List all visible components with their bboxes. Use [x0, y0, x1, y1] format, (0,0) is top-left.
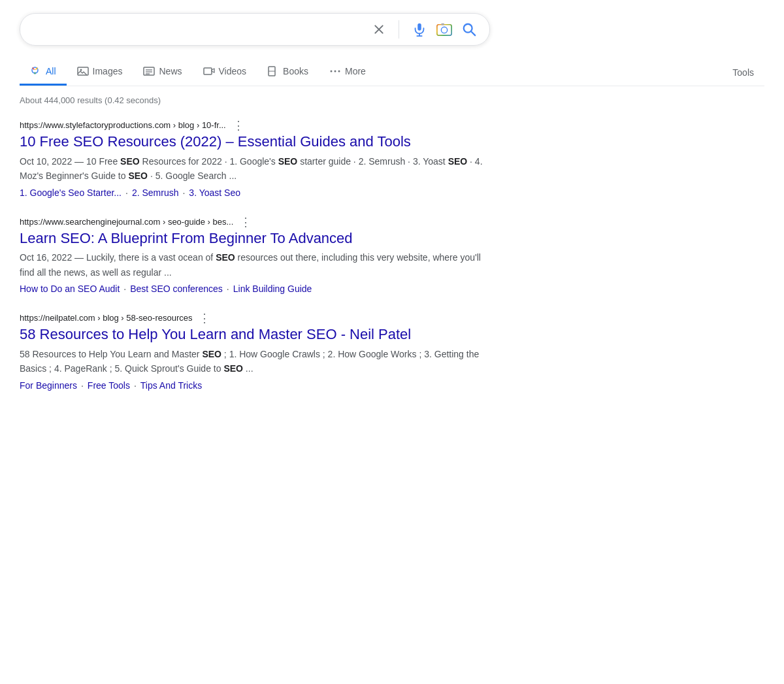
sitelink[interactable]: 2. Semrush	[132, 187, 179, 198]
sitelink-separator: ·	[134, 380, 137, 391]
svg-rect-3	[437, 25, 451, 36]
svg-point-11	[80, 69, 82, 71]
result-url: https://neilpatel.com › blog › 58-seo-re…	[20, 312, 192, 324]
tools-button[interactable]: Tools	[722, 61, 764, 84]
result-title[interactable]: Learn SEO: A Blueprint From Beginner To …	[20, 229, 490, 248]
result-item: https://neilpatel.com › blog › 58-seo-re…	[20, 312, 490, 391]
sitelink-separator: ·	[81, 380, 84, 391]
lens-button[interactable]	[436, 21, 453, 38]
svg-point-21	[338, 71, 340, 73]
result-item: https://www.stylefactoryproductions.com …	[20, 120, 490, 198]
svg-rect-4	[437, 25, 451, 36]
tab-videos[interactable]: Videos	[193, 59, 257, 86]
result-title[interactable]: 58 Resources to Help You Learn and Maste…	[20, 325, 490, 344]
tab-all-label: All	[46, 66, 56, 76]
result-more-button[interactable]: ⋮	[230, 120, 247, 131]
result-sitelinks: 1. Google's Seo Starter... · 2. Semrush …	[20, 187, 490, 198]
mic-icon	[412, 22, 427, 37]
result-sitelinks: How to Do an SEO Audit · Best SEO confer…	[20, 284, 490, 294]
sitelink[interactable]: Free Tools	[88, 380, 130, 391]
results-info: About 444,000 results (0.42 seconds)	[20, 95, 764, 105]
tab-videos-label: Videos	[219, 66, 247, 76]
result-url: https://www.searchenginejournal.com › se…	[20, 216, 233, 228]
svg-point-19	[330, 71, 332, 73]
result-url-row: https://www.stylefactoryproductions.com …	[20, 120, 490, 131]
sitelink[interactable]: For Beginners	[20, 380, 77, 391]
sitelink[interactable]: 3. Yoast Seo	[189, 187, 240, 198]
svg-rect-10	[78, 67, 88, 75]
search-bar: seo inurl:resources	[20, 13, 490, 46]
sitelink-separator: ·	[227, 284, 229, 294]
sitelink-separator: ·	[125, 187, 128, 198]
tab-news[interactable]: News	[133, 59, 192, 86]
sitelink-separator: ·	[123, 284, 126, 294]
tab-more[interactable]: More	[319, 59, 376, 86]
search-button[interactable]	[462, 22, 476, 37]
nav-tabs: All Images News	[20, 59, 764, 86]
result-snippet: 58 Resources to Help You Learn and Maste…	[20, 347, 490, 376]
result-item: https://www.searchenginejournal.com › se…	[20, 216, 490, 295]
tab-books-label: Books	[283, 66, 308, 76]
result-snippet: Oct 10, 2022 — 10 Free SEO Resources for…	[20, 154, 490, 184]
search-input[interactable]: seo inurl:resources	[33, 23, 372, 37]
all-tab-icon	[30, 65, 42, 77]
divider	[399, 20, 399, 39]
more-tab-icon	[329, 65, 341, 77]
tab-books[interactable]: Books	[257, 59, 319, 86]
close-icon	[372, 23, 385, 36]
result-url: https://www.stylefactoryproductions.com …	[20, 120, 226, 131]
tab-news-label: News	[159, 66, 182, 76]
tab-more-label: More	[345, 66, 366, 76]
result-title[interactable]: 10 Free SEO Resources (2022) – Essential…	[20, 133, 490, 152]
sitelink-separator: ·	[182, 187, 185, 198]
sitelink[interactable]: 1. Google's Seo Starter...	[20, 187, 122, 198]
tab-all[interactable]: All	[20, 59, 67, 86]
result-url-row: https://www.searchenginejournal.com › se…	[20, 216, 490, 228]
result-sitelinks: For Beginners · Free Tools · Tips And Tr…	[20, 380, 490, 391]
svg-line-8	[471, 31, 475, 35]
videos-tab-icon	[203, 65, 215, 77]
svg-point-20	[334, 71, 336, 73]
sitelink[interactable]: Tips And Tricks	[140, 380, 202, 391]
sitelink[interactable]: Link Building Guide	[233, 284, 312, 294]
svg-rect-16	[204, 68, 212, 74]
result-more-button[interactable]: ⋮	[196, 312, 213, 324]
svg-rect-6	[441, 24, 444, 25]
books-tab-icon	[267, 65, 279, 77]
svg-point-5	[441, 27, 447, 33]
sitelink[interactable]: How to Do an SEO Audit	[20, 284, 120, 294]
svg-rect-0	[417, 24, 421, 31]
voice-search-button[interactable]	[412, 22, 427, 37]
images-tab-icon	[77, 65, 89, 77]
clear-button[interactable]	[372, 23, 385, 36]
result-snippet: Oct 16, 2022 — Luckily, there is a vast …	[20, 250, 490, 280]
search-icon	[462, 22, 476, 37]
tab-images-label: Images	[93, 66, 123, 76]
result-more-button[interactable]: ⋮	[237, 216, 254, 228]
camera-icon	[436, 21, 453, 38]
result-url-row: https://neilpatel.com › blog › 58-seo-re…	[20, 312, 490, 324]
tab-images[interactable]: Images	[67, 59, 133, 86]
sitelink[interactable]: Best SEO conferences	[130, 284, 223, 294]
news-tab-icon	[143, 65, 155, 77]
